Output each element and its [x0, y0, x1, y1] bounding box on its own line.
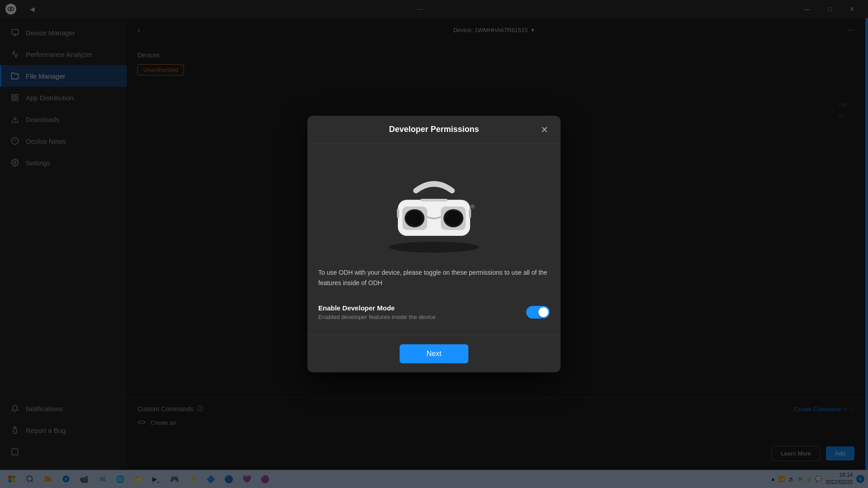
toggle-title: Enable Developer Mode — [318, 304, 435, 312]
toggle-thumb — [538, 307, 548, 317]
modal-header: Developer Permissions ✕ — [307, 116, 561, 144]
developer-mode-toggle-row: Enable Developer Mode Enabled developer … — [318, 300, 550, 324]
toggle-description: Enabled developer features inside the de… — [318, 314, 435, 320]
developer-permissions-modal: Developer Permissions ✕ — [307, 116, 561, 372]
svg-rect-25 — [397, 209, 399, 218]
toggle-info: Enable Developer Mode Enabled developer … — [318, 304, 435, 320]
modal-footer: Next — [307, 335, 561, 372]
next-button[interactable]: Next — [400, 344, 469, 363]
svg-rect-27 — [420, 199, 448, 202]
svg-point-24 — [470, 204, 475, 209]
modal-title: Developer Permissions — [389, 125, 479, 134]
modal-body: To use ODH with your device, please togg… — [307, 144, 561, 335]
headset-container — [318, 155, 550, 267]
svg-point-21 — [406, 211, 423, 225]
vr-headset-image — [371, 164, 497, 254]
modal-overlay[interactable]: Developer Permissions ✕ — [0, 0, 868, 488]
developer-mode-toggle[interactable] — [526, 306, 550, 319]
modal-description: To use ODH with your device, please togg… — [318, 267, 550, 288]
modal-close-button[interactable]: ✕ — [537, 122, 552, 137]
toggle-track[interactable] — [526, 306, 550, 319]
svg-point-23 — [445, 211, 462, 225]
svg-rect-26 — [469, 209, 471, 218]
svg-point-15 — [389, 242, 479, 253]
